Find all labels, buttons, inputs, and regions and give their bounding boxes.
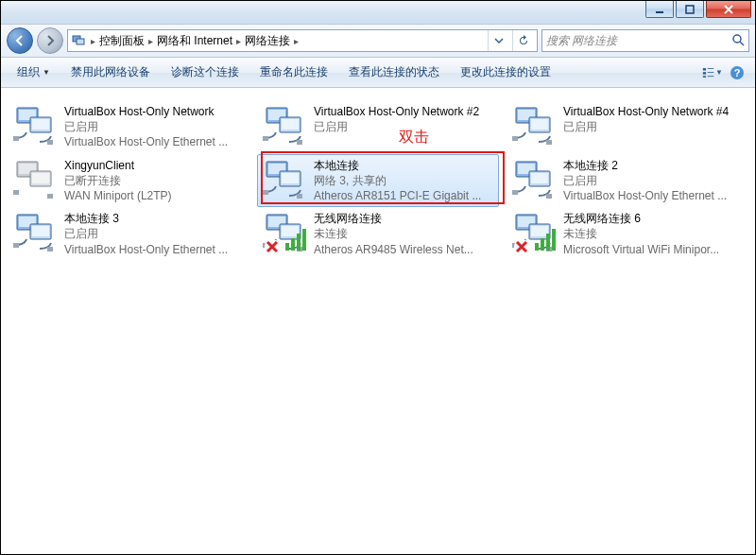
help-button[interactable]: ? — [727, 62, 747, 83]
connection-name: VirtualBox Host-Only Network #2 — [314, 104, 493, 119]
connection-device: VirtualBox Host-Only Ethernet ... — [64, 242, 244, 257]
connection-device: VirtualBox Host-Only Ethernet ... — [563, 188, 743, 203]
minimize-button[interactable] — [645, 1, 674, 18]
connection-status: 未连接 — [314, 226, 493, 241]
chevron-right-icon: ▸ — [236, 36, 241, 46]
svg-point-4 — [733, 35, 741, 43]
chevron-right-icon: ▸ — [148, 36, 153, 46]
connection-item[interactable]: 无线网络连接未连接Atheros AR9485 Wireless Net... — [257, 207, 499, 261]
connection-name: 本地连接 3 — [64, 211, 244, 226]
view-status-button[interactable]: 查看此连接的状态 — [340, 61, 448, 84]
connection-text: XingyunClient已断开连接WAN Miniport (L2TP) — [64, 158, 244, 204]
svg-text:?: ? — [734, 67, 741, 78]
connection-status: 已启用 — [64, 226, 244, 241]
arrow-right-icon — [44, 35, 56, 46]
svg-rect-8 — [708, 68, 714, 69]
organize-button[interactable]: 组织▼ — [9, 61, 59, 84]
connection-item[interactable]: VirtualBox Host-Only Network已启用VirtualBo… — [8, 100, 249, 154]
rename-button[interactable]: 重命名此连接 — [251, 61, 336, 84]
connection-icon — [263, 104, 308, 149]
change-settings-button[interactable]: 更改此连接的设置 — [452, 61, 559, 84]
connection-icon — [512, 104, 558, 149]
chevron-right-icon: ▸ — [294, 36, 299, 46]
connections-grid: VirtualBox Host-Only Network已启用VirtualBo… — [2, 89, 754, 272]
location-icon — [72, 33, 87, 48]
connection-text: 本地连接 3已启用VirtualBox Host-Only Ethernet .… — [64, 211, 244, 257]
connection-icon — [13, 104, 59, 149]
connection-name: VirtualBox Host-Only Network — [64, 104, 244, 119]
connection-text: 本地连接 2已启用VirtualBox Host-Only Ethernet .… — [563, 158, 743, 204]
connection-status: 已启用 — [64, 119, 244, 134]
connection-status: 未连接 — [563, 226, 743, 241]
connection-icon — [263, 158, 308, 203]
connection-text: 无线网络连接 6未连接Microsoft Virtual WiFi Minipo… — [563, 211, 743, 257]
connection-icon — [512, 211, 558, 256]
chevron-down-icon: ▼ — [715, 68, 723, 77]
connection-name: XingyunClient — [64, 158, 244, 173]
svg-rect-9 — [708, 72, 714, 73]
svg-rect-0 — [656, 11, 663, 13]
connection-item[interactable]: VirtualBox Host-Only Network #4已启用 — [507, 100, 748, 154]
maximize-button[interactable] — [676, 1, 704, 18]
arrow-left-icon — [14, 35, 26, 46]
window-controls — [645, 1, 755, 24]
connection-device: VirtualBox Host-Only Ethernet ... — [64, 134, 244, 149]
connection-icon — [512, 158, 558, 203]
connection-text: VirtualBox Host-Only Network已启用VirtualBo… — [64, 104, 244, 150]
content-area: VirtualBox Host-Only Network已启用VirtualBo… — [2, 89, 754, 553]
connection-text: VirtualBox Host-Only Network #2已启用 — [314, 104, 493, 134]
svg-rect-1 — [686, 6, 694, 13]
svg-rect-7 — [703, 76, 706, 78]
connection-status: 已启用 — [563, 173, 743, 188]
breadcrumb-control-panel[interactable]: 控制面板 — [99, 33, 145, 49]
address-dropdown-button[interactable] — [488, 30, 508, 51]
connection-name: 本地连接 — [314, 158, 493, 173]
svg-rect-5 — [703, 68, 706, 70]
connection-device: Atheros AR9485 Wireless Net... — [314, 242, 493, 257]
svg-rect-10 — [708, 76, 714, 77]
search-input[interactable] — [546, 34, 728, 47]
connection-item[interactable]: XingyunClient已断开连接WAN Miniport (L2TP) — [8, 154, 249, 208]
connection-name: 无线网络连接 — [314, 211, 493, 226]
explorer-window: ▸ 控制面板 ▸ 网络和 Internet ▸ 网络连接 ▸ 组织▼ 禁用此网络… — [0, 0, 756, 555]
chevron-right-icon: ▸ — [91, 36, 95, 46]
minimize-icon — [655, 5, 664, 14]
command-bar: 组织▼ 禁用此网络设备 诊断这个连接 重命名此连接 查看此连接的状态 更改此连接… — [1, 58, 755, 88]
disable-device-button[interactable]: 禁用此网络设备 — [62, 61, 159, 84]
nav-forward-button[interactable] — [37, 27, 63, 54]
nav-back-button[interactable] — [7, 27, 33, 54]
connection-status: 已启用 — [563, 119, 743, 134]
connection-name: 无线网络连接 6 — [563, 211, 743, 226]
refresh-button[interactable] — [512, 30, 533, 51]
close-button[interactable] — [706, 1, 751, 18]
connection-name: 本地连接 2 — [563, 158, 743, 173]
maximize-icon — [685, 5, 695, 14]
connection-item[interactable]: 本地连接 2已启用VirtualBox Host-Only Ethernet .… — [507, 154, 748, 208]
help-icon: ? — [730, 65, 745, 80]
connection-icon — [13, 158, 59, 203]
connection-name: VirtualBox Host-Only Network #4 — [563, 104, 743, 119]
breadcrumb-network-internet[interactable]: 网络和 Internet — [157, 33, 232, 49]
connection-status: 已断开连接 — [64, 173, 244, 188]
svg-rect-3 — [77, 39, 84, 44]
search-box[interactable] — [541, 29, 749, 52]
chevron-down-icon: ▼ — [43, 68, 50, 77]
close-icon — [724, 5, 733, 14]
address-bar[interactable]: ▸ 控制面板 ▸ 网络和 Internet ▸ 网络连接 ▸ — [67, 29, 538, 52]
connection-icon — [263, 211, 308, 256]
connection-item[interactable]: 无线网络连接 6未连接Microsoft Virtual WiFi Minipo… — [507, 207, 748, 261]
connection-text: 无线网络连接未连接Atheros AR9485 Wireless Net... — [314, 211, 493, 257]
connection-status: 网络 3, 共享的 — [314, 173, 493, 188]
connection-item[interactable]: 本地连接网络 3, 共享的Atheros AR8151 PCI-E Gigabi… — [257, 154, 499, 208]
connection-text: 本地连接网络 3, 共享的Atheros AR8151 PCI-E Gigabi… — [314, 158, 493, 204]
breadcrumb-network-connections[interactable]: 网络连接 — [245, 33, 290, 49]
connection-device: Microsoft Virtual WiFi Minipor... — [563, 242, 743, 257]
diagnose-button[interactable]: 诊断这个连接 — [163, 61, 248, 84]
chevron-down-icon — [494, 36, 504, 45]
connection-item[interactable]: 本地连接 3已启用VirtualBox Host-Only Ethernet .… — [8, 207, 249, 261]
connection-device: WAN Miniport (L2TP) — [64, 188, 244, 203]
view-options-button[interactable]: ▼ — [702, 62, 723, 83]
view-icon — [702, 65, 714, 80]
connection-item[interactable]: VirtualBox Host-Only Network #2已启用 — [257, 100, 499, 154]
search-icon — [731, 33, 745, 49]
